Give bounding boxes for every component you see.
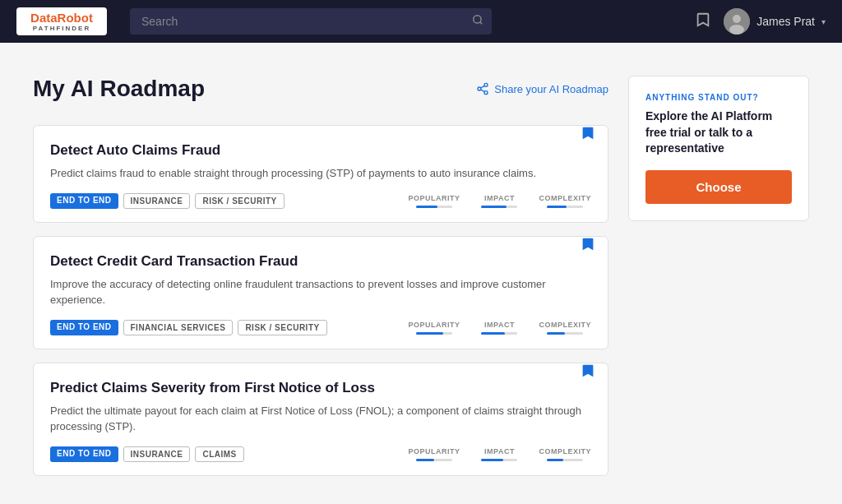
card-desc-1: Predict claims fraud to enable straight … [50, 165, 591, 182]
card-footer-1: END TO ENDINSURANCERISK / SECURITYPOPULA… [50, 193, 591, 209]
bookmark-card-2[interactable] [581, 237, 594, 256]
svg-point-3 [733, 15, 741, 23]
metric-bar-3-1 [416, 459, 452, 461]
search-icon [472, 14, 483, 29]
logo-data-part: Data [30, 11, 58, 25]
metric-bar-2-3 [547, 332, 583, 335]
card-title-1: Detect Auto Claims Fraud [50, 142, 591, 159]
user-name: James Prat [756, 15, 815, 28]
metric-bar-3-3 [547, 459, 583, 461]
metric-3-3: COMPLEXITY [539, 447, 591, 461]
metric-1-3: COMPLEXITY [539, 194, 591, 208]
svg-point-0 [474, 16, 481, 23]
card-metrics-2: POPULARITYIMPACTCOMPLEXITY [408, 321, 591, 335]
metric-1-2: IMPACT [474, 194, 524, 208]
metric-bar-fill-3-2 [481, 459, 502, 461]
metric-bar-fill-1-1 [416, 206, 437, 208]
card-title-2: Detect Credit Card Transaction Fraud [50, 253, 591, 270]
card-footer-2: END TO ENDFINANCIAL SERVICESRISK / SECUR… [50, 320, 591, 335]
metric-bar-fill-3-1 [416, 459, 434, 461]
right-panel: ANYTHING STAND OUT? Explore the AI Platf… [628, 76, 809, 489]
logo-sub: PATHFINDER [33, 25, 90, 32]
page-header-row: My AI Roadmap Share your AI Roadmap [33, 76, 608, 102]
card-desc-3: Predict the ultimate payout for each cla… [50, 403, 591, 435]
metric-bar-3-2 [481, 459, 517, 461]
search-input[interactable] [130, 8, 492, 35]
metric-2-3: COMPLEXITY [539, 321, 591, 335]
chevron-down-icon: ▾ [821, 17, 826, 26]
card-3: Predict Claims Severity from First Notic… [33, 363, 608, 476]
metric-1-1: POPULARITY [408, 194, 460, 208]
logo-robot-part: Robot [58, 11, 93, 25]
metric-bar-fill-3-3 [547, 459, 563, 461]
card-desc-2: Improve the accuracy of detecting online… [50, 276, 591, 308]
metric-3-1: POPULARITY [408, 447, 460, 461]
tag-2-1[interactable]: END TO END [50, 320, 118, 335]
metric-2-1: POPULARITY [408, 321, 460, 335]
metric-label-3-1: POPULARITY [408, 447, 460, 455]
tag-3-1[interactable]: END TO END [50, 446, 118, 462]
metric-3-2: IMPACT [474, 447, 524, 461]
metric-label-1-3: COMPLEXITY [539, 194, 591, 202]
tag-3-2[interactable]: INSURANCE [123, 446, 191, 462]
tag-1-2[interactable]: INSURANCE [123, 193, 191, 209]
metric-bar-1-3 [547, 206, 583, 208]
card-2: Detect Credit Card Transaction FraudImpr… [33, 236, 608, 349]
metric-bar-fill-2-3 [547, 332, 565, 335]
share-roadmap-link[interactable]: Share your AI Roadmap [476, 82, 608, 95]
tag-2-2[interactable]: FINANCIAL SERVICES [123, 320, 234, 335]
cta-eyebrow: ANYTHING STAND OUT? [645, 93, 792, 102]
tag-1-3[interactable]: RISK / SECURITY [195, 193, 284, 209]
svg-point-5 [484, 83, 488, 86]
card-footer-3: END TO ENDINSURANCECLAIMSPOPULARITYIMPAC… [50, 446, 591, 462]
card-tags-2: END TO ENDFINANCIAL SERVICESRISK / SECUR… [50, 320, 327, 335]
logo-text: DataRobot [30, 11, 93, 25]
metric-bar-fill-1-3 [547, 206, 567, 208]
metric-label-1-2: IMPACT [484, 194, 515, 202]
metric-bar-fill-2-1 [416, 332, 443, 335]
header-right: James Prat ▾ [696, 8, 826, 35]
choose-button[interactable]: Choose [645, 170, 792, 204]
metric-label-2-2: IMPACT [484, 321, 515, 329]
metric-bar-1-1 [416, 206, 452, 208]
header: DataRobot PATHFINDER James Pra [0, 0, 842, 43]
tag-3-3[interactable]: CLAIMS [195, 446, 243, 462]
metric-label-2-1: POPULARITY [408, 321, 460, 329]
search-container [130, 8, 492, 35]
bookmark-card-1[interactable] [581, 126, 594, 145]
left-column: My AI Roadmap Share your AI Roadmap Dete… [33, 76, 608, 489]
cta-text: Explore the AI Platform free trial or ta… [645, 109, 792, 157]
card-title-3: Predict Claims Severity from First Notic… [50, 380, 591, 396]
svg-point-4 [729, 25, 744, 35]
metric-label-3-3: COMPLEXITY [539, 447, 591, 455]
bookmark-card-3[interactable] [581, 363, 594, 382]
metric-label-3-2: IMPACT [484, 447, 515, 455]
card-metrics-3: POPULARITYIMPACTCOMPLEXITY [408, 447, 591, 461]
metric-label-1-1: POPULARITY [408, 194, 460, 202]
tag-2-3[interactable]: RISK / SECURITY [238, 320, 326, 335]
metric-bar-2-2 [481, 332, 517, 335]
user-area[interactable]: James Prat ▾ [724, 8, 826, 35]
tag-1-1[interactable]: END TO END [50, 193, 118, 209]
cards-container: Detect Auto Claims FraudPredict claims f… [33, 125, 608, 476]
main-content: My AI Roadmap Share your AI Roadmap Dete… [0, 43, 842, 504]
avatar [724, 8, 750, 35]
logo[interactable]: DataRobot PATHFINDER [16, 7, 107, 35]
share-label: Share your AI Roadmap [494, 83, 608, 95]
svg-line-9 [481, 86, 485, 88]
card-1: Detect Auto Claims FraudPredict claims f… [33, 125, 608, 223]
svg-line-8 [481, 90, 485, 92]
svg-point-6 [478, 87, 481, 90]
cta-card: ANYTHING STAND OUT? Explore the AI Platf… [628, 76, 809, 221]
metric-bar-2-1 [416, 332, 452, 335]
card-tags-1: END TO ENDINSURANCERISK / SECURITY [50, 193, 285, 209]
card-metrics-1: POPULARITYIMPACTCOMPLEXITY [408, 194, 591, 208]
metric-2-2: IMPACT [474, 321, 524, 335]
metric-label-2-3: COMPLEXITY [539, 321, 591, 329]
metric-bar-fill-1-2 [481, 206, 507, 208]
bookmark-icon[interactable] [696, 12, 710, 32]
metric-bar-1-2 [481, 206, 517, 208]
metric-bar-fill-2-2 [481, 332, 505, 335]
card-tags-3: END TO ENDINSURANCECLAIMS [50, 446, 244, 462]
svg-point-7 [484, 91, 488, 95]
